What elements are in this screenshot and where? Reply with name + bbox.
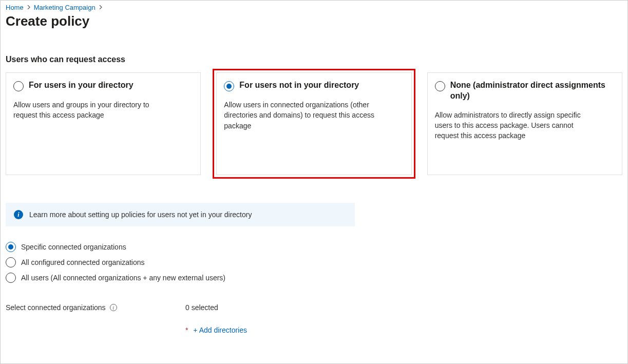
radio-icon	[6, 242, 16, 252]
add-directories-link[interactable]: + Add directories	[193, 326, 247, 334]
info-icon[interactable]: i	[110, 304, 117, 311]
selected-count: 0 selected	[185, 303, 247, 312]
breadcrumb-campaign[interactable]: Marketing Campaign	[34, 4, 96, 11]
card-description: Allow users and groups in your directory…	[13, 100, 167, 121]
card-description: Allow administrators to directly assign …	[435, 110, 589, 141]
select-connected-orgs-row: Select connected organizations i 0 selec…	[6, 303, 622, 334]
page-title: Create policy	[6, 13, 622, 29]
chevron-right-icon	[27, 5, 31, 10]
user-scope-cards: For users in your directory Allow users …	[6, 72, 622, 175]
required-indicator: *	[185, 326, 188, 334]
radio-all-users[interactable]: All users (All connected organizations +…	[6, 273, 622, 283]
card-none-admin-only[interactable]: None (administrator direct assignments o…	[427, 72, 622, 175]
radio-specific-connected-orgs[interactable]: Specific connected organizations	[6, 242, 622, 252]
card-title: For users not in your directory	[239, 80, 359, 91]
info-banner[interactable]: i Learn more about setting up policies f…	[6, 203, 355, 226]
radio-icon	[435, 81, 445, 91]
radio-icon	[13, 81, 24, 91]
radio-icon	[6, 273, 16, 283]
section-users-label: Users who can request access	[6, 55, 622, 64]
select-connected-orgs-label: Select connected organizations	[6, 303, 106, 312]
info-banner-text: Learn more about setting up policies for…	[29, 210, 252, 219]
radio-label: Specific connected organizations	[21, 243, 126, 251]
info-icon: i	[14, 210, 23, 219]
radio-icon	[6, 257, 16, 267]
card-users-not-in-directory[interactable]: For users not in your directory Allow us…	[216, 72, 411, 175]
breadcrumb: Home Marketing Campaign	[6, 4, 622, 11]
card-title: None (administrator direct assignments o…	[450, 80, 615, 102]
card-users-in-directory[interactable]: For users in your directory Allow users …	[6, 72, 201, 175]
chevron-right-icon	[99, 5, 103, 10]
radio-label: All users (All connected organizations +…	[21, 274, 225, 282]
radio-label: All configured connected organizations	[21, 258, 145, 266]
card-description: Allow users in connected organizations (…	[224, 100, 378, 131]
scope-radio-list: Specific connected organizations All con…	[6, 242, 622, 283]
radio-all-configured-orgs[interactable]: All configured connected organizations	[6, 257, 622, 267]
breadcrumb-home[interactable]: Home	[6, 4, 24, 11]
radio-icon	[224, 81, 234, 91]
card-title: For users in your directory	[29, 80, 134, 91]
